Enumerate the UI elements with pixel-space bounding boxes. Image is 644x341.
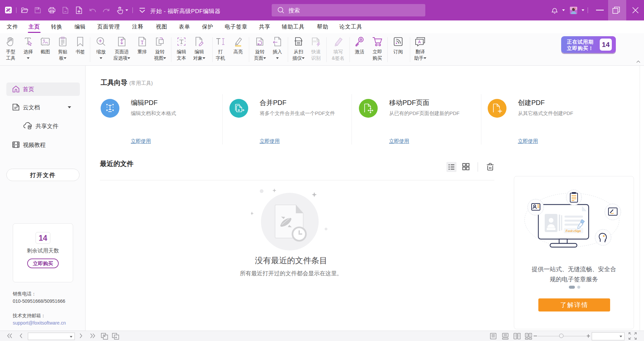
svg-text:Foxit eSign: Foxit eSign: [565, 229, 581, 233]
